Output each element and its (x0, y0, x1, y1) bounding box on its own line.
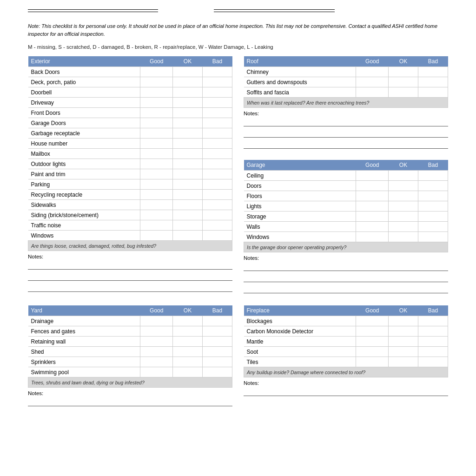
check-cell[interactable] (389, 232, 418, 242)
check-cell[interactable] (389, 337, 418, 347)
check-cell[interactable] (140, 367, 173, 377)
check-cell[interactable] (173, 231, 203, 241)
check-cell[interactable] (140, 326, 173, 337)
check-cell[interactable] (173, 139, 203, 149)
check-cell[interactable] (140, 98, 173, 108)
check-cell[interactable] (418, 87, 448, 98)
check-cell[interactable] (173, 149, 203, 159)
check-cell[interactable] (173, 108, 203, 118)
check-cell[interactable] (203, 169, 232, 179)
check-cell[interactable] (203, 139, 232, 149)
check-cell[interactable] (356, 232, 389, 242)
check-cell[interactable] (389, 357, 418, 367)
check-cell[interactable] (140, 200, 173, 210)
check-cell[interactable] (173, 326, 203, 337)
check-cell[interactable] (140, 159, 173, 169)
check-cell[interactable] (173, 316, 203, 326)
check-cell[interactable] (173, 357, 203, 367)
check-cell[interactable] (356, 337, 389, 347)
check-cell[interactable] (389, 77, 418, 87)
check-cell[interactable] (418, 191, 448, 201)
check-cell[interactable] (140, 169, 173, 179)
check-cell[interactable] (203, 108, 232, 118)
check-cell[interactable] (418, 326, 448, 337)
check-cell[interactable] (140, 67, 173, 77)
check-cell[interactable] (389, 67, 418, 77)
check-cell[interactable] (140, 118, 173, 128)
check-cell[interactable] (203, 179, 232, 190)
check-cell[interactable] (418, 77, 448, 87)
check-cell[interactable] (356, 67, 389, 77)
check-cell[interactable] (173, 128, 203, 139)
check-cell[interactable] (418, 171, 448, 181)
check-cell[interactable] (418, 67, 448, 77)
check-cell[interactable] (140, 139, 173, 149)
check-cell[interactable] (173, 179, 203, 190)
check-cell[interactable] (356, 212, 389, 222)
check-cell[interactable] (356, 222, 389, 232)
check-cell[interactable] (356, 191, 389, 201)
check-cell[interactable] (173, 159, 203, 169)
check-cell[interactable] (418, 212, 448, 222)
check-cell[interactable] (203, 367, 232, 377)
check-cell[interactable] (356, 201, 389, 212)
check-cell[interactable] (140, 128, 173, 139)
check-cell[interactable] (203, 98, 232, 108)
check-cell[interactable] (173, 169, 203, 179)
check-cell[interactable] (389, 326, 418, 337)
check-cell[interactable] (203, 87, 232, 98)
check-cell[interactable] (389, 191, 418, 201)
check-cell[interactable] (173, 367, 203, 377)
check-cell[interactable] (356, 357, 389, 367)
check-cell[interactable] (356, 181, 389, 191)
check-cell[interactable] (173, 220, 203, 231)
check-cell[interactable] (140, 149, 173, 159)
check-cell[interactable] (173, 67, 203, 77)
check-cell[interactable] (203, 67, 232, 77)
check-cell[interactable] (140, 87, 173, 98)
check-cell[interactable] (173, 200, 203, 210)
check-cell[interactable] (140, 210, 173, 220)
check-cell[interactable] (356, 316, 389, 326)
check-cell[interactable] (173, 77, 203, 87)
check-cell[interactable] (418, 232, 448, 242)
check-cell[interactable] (140, 231, 173, 241)
check-cell[interactable] (203, 159, 232, 169)
check-cell[interactable] (203, 220, 232, 231)
check-cell[interactable] (356, 347, 389, 357)
check-cell[interactable] (173, 190, 203, 200)
check-cell[interactable] (418, 347, 448, 357)
check-cell[interactable] (203, 128, 232, 139)
check-cell[interactable] (389, 171, 418, 181)
check-cell[interactable] (173, 87, 203, 98)
check-cell[interactable] (389, 87, 418, 98)
check-cell[interactable] (418, 181, 448, 191)
check-cell[interactable] (203, 347, 232, 357)
check-cell[interactable] (356, 87, 389, 98)
check-cell[interactable] (140, 316, 173, 326)
check-cell[interactable] (140, 108, 173, 118)
check-cell[interactable] (389, 316, 418, 326)
check-cell[interactable] (389, 181, 418, 191)
check-cell[interactable] (203, 231, 232, 241)
check-cell[interactable] (140, 337, 173, 347)
check-cell[interactable] (389, 212, 418, 222)
check-cell[interactable] (389, 201, 418, 212)
check-cell[interactable] (173, 347, 203, 357)
check-cell[interactable] (203, 200, 232, 210)
check-cell[interactable] (418, 201, 448, 212)
check-cell[interactable] (418, 357, 448, 367)
check-cell[interactable] (203, 357, 232, 367)
check-cell[interactable] (173, 118, 203, 128)
check-cell[interactable] (418, 222, 448, 232)
check-cell[interactable] (203, 77, 232, 87)
check-cell[interactable] (173, 210, 203, 220)
check-cell[interactable] (389, 347, 418, 357)
check-cell[interactable] (418, 316, 448, 326)
check-cell[interactable] (173, 98, 203, 108)
check-cell[interactable] (203, 316, 232, 326)
check-cell[interactable] (203, 326, 232, 337)
check-cell[interactable] (418, 337, 448, 347)
check-cell[interactable] (203, 190, 232, 200)
check-cell[interactable] (140, 347, 173, 357)
